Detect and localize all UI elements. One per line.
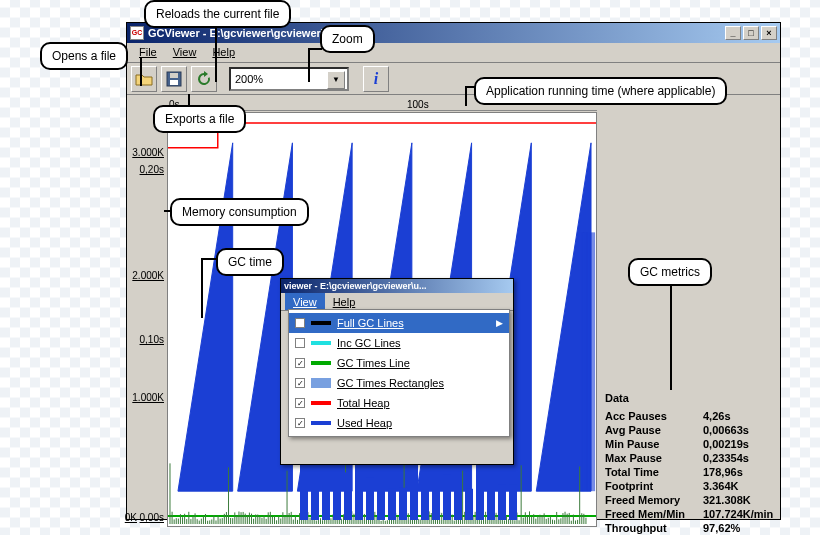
mem-tick-3000: 3.000K [132, 147, 164, 158]
metrics-header: Data [605, 391, 779, 405]
metric-row: Avg Pause0,00663s [605, 423, 779, 437]
menu-view[interactable]: View [165, 43, 205, 62]
popup-menu-help[interactable]: Help [325, 293, 364, 310]
metric-row: Footprint3.364K [605, 479, 779, 493]
svg-marker-3 [178, 143, 233, 491]
metric-row: Acc Pauses4,26s [605, 409, 779, 423]
svg-rect-242 [443, 474, 451, 520]
view-dropdown-menu: ✓Full GC Lines▶ Inc GC Lines ✓GC Times L… [288, 309, 510, 437]
app-icon: GC [130, 26, 144, 40]
svg-rect-233 [344, 472, 352, 520]
callout-gc-time: GC time [216, 248, 284, 276]
svg-rect-235 [366, 478, 374, 520]
metric-row: Freed Mem/Min107.724K/min [605, 507, 779, 521]
popup-menu-view[interactable]: View [285, 293, 325, 310]
metric-row: Throughput97,62% [605, 521, 779, 535]
svg-rect-1 [170, 73, 178, 78]
callout-app-time: Application running time (where applicab… [474, 77, 727, 105]
svg-rect-237 [388, 489, 396, 520]
about-button[interactable]: i [363, 66, 389, 92]
metric-row: Max Pause0,23354s [605, 451, 779, 465]
legend-used-heap[interactable]: ✓Used Heap [289, 413, 509, 433]
callout-exports: Exports a file [153, 105, 246, 133]
zoom-combo[interactable]: 200% [229, 67, 349, 91]
svg-rect-240 [421, 482, 429, 520]
svg-rect-229 [300, 463, 308, 520]
reload-button[interactable] [191, 66, 217, 92]
metrics-panel: Data Acc Pauses4,26sAvg Pause0,00663sMin… [605, 391, 779, 535]
export-file-button[interactable] [161, 66, 187, 92]
zoom-value: 200% [235, 73, 263, 85]
svg-rect-248 [509, 484, 517, 520]
mem-tick-2000: 2.000K [132, 270, 164, 281]
menu-file[interactable]: File [131, 43, 165, 62]
open-file-button[interactable] [131, 66, 157, 92]
popup-titlebar: viewer - E:\gcviewer\gcviewer\u... [281, 279, 513, 293]
info-icon: i [374, 70, 378, 88]
svg-rect-247 [498, 484, 506, 520]
maximize-button[interactable]: □ [743, 26, 759, 40]
svg-rect-231 [322, 488, 330, 520]
metric-row: Freed Memory321.308K [605, 493, 779, 507]
legend-gc-times-line[interactable]: ✓GC Times Line [289, 353, 509, 373]
legend-inc-gc[interactable]: Inc GC Lines [289, 333, 509, 353]
mem-tick-1000: 1.000K [132, 392, 164, 403]
y-axis: 3.000K 0,20s 2.000K 0,10s 1.000K 0,00s 0… [127, 112, 165, 527]
callout-memory: Memory consumption [170, 198, 309, 226]
legend-full-gc[interactable]: ✓Full GC Lines▶ [289, 313, 509, 333]
time-tick-100: 100s [407, 99, 429, 110]
metric-row: Min Pause0,00219s [605, 437, 779, 451]
callout-zoom: Zoom [320, 25, 375, 53]
time-tick-000: 0,00s [140, 512, 164, 523]
callout-reloads: Reloads the current file [144, 0, 291, 28]
folder-open-icon [135, 72, 153, 86]
minimize-button[interactable]: _ [725, 26, 741, 40]
callout-gc-metrics: GC metrics [628, 258, 712, 286]
menubar: File View Help [127, 43, 780, 63]
time-tick-020: 0,20s [140, 164, 164, 175]
svg-rect-2 [170, 80, 178, 85]
metric-row: Total Time178,96s [605, 465, 779, 479]
svg-rect-244 [465, 489, 473, 520]
time-tick-010: 0,10s [140, 334, 164, 345]
close-button[interactable]: × [761, 26, 777, 40]
legend-total-heap[interactable]: ✓Total Heap [289, 393, 509, 413]
mem-tick-0: 0K [125, 512, 137, 523]
svg-rect-238 [399, 488, 407, 520]
callout-opens-file: Opens a file [40, 42, 128, 70]
legend-gc-times-rect[interactable]: ✓GC Times Rectangles [289, 373, 509, 393]
refresh-icon [196, 71, 212, 87]
floppy-disk-icon [166, 71, 182, 87]
menu-help[interactable]: Help [204, 43, 243, 62]
